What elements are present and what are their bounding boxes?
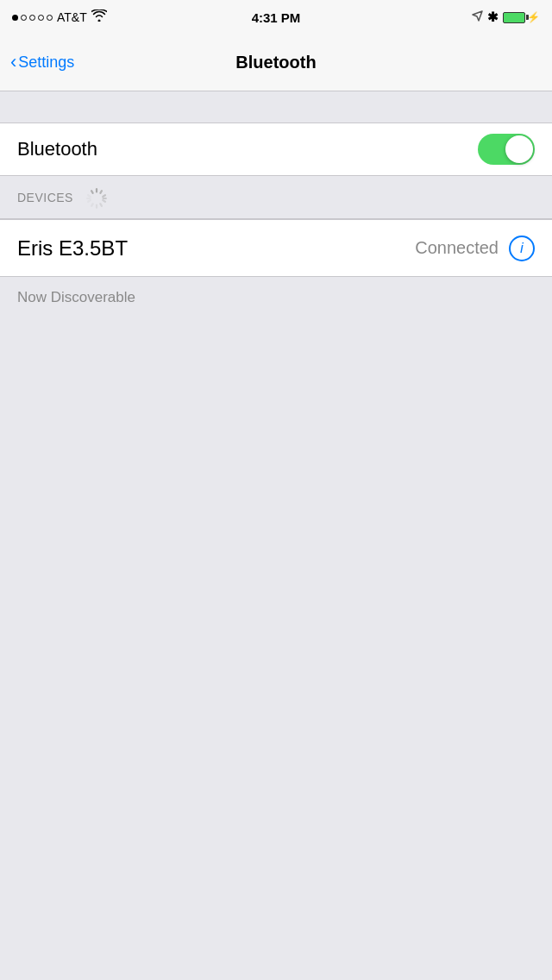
svg-line-10 bbox=[88, 195, 91, 197]
signal-dot-3 bbox=[29, 15, 35, 21]
back-button[interactable]: ‹ Settings bbox=[10, 53, 74, 72]
svg-line-1 bbox=[100, 191, 102, 193]
status-right: ✱ ⚡ bbox=[472, 9, 540, 25]
svg-line-7 bbox=[91, 204, 93, 206]
status-left: AT&T bbox=[12, 9, 107, 25]
bottom-background bbox=[0, 318, 552, 750]
back-chevron-icon: ‹ bbox=[10, 53, 16, 72]
toggle-knob bbox=[505, 135, 533, 163]
signal-dot-5 bbox=[47, 15, 53, 21]
nav-bar: ‹ Settings Bluetooth bbox=[0, 35, 552, 91]
carrier-label: AT&T bbox=[57, 10, 87, 24]
device-list-section: Eris E3.5BT Connected i bbox=[0, 219, 552, 277]
back-label: Settings bbox=[18, 53, 74, 72]
svg-line-2 bbox=[103, 195, 105, 197]
svg-line-4 bbox=[103, 200, 105, 202]
svg-line-5 bbox=[100, 204, 102, 206]
status-time: 4:31 PM bbox=[252, 10, 301, 25]
connection-status: Connected bbox=[415, 238, 499, 258]
loading-spinner bbox=[85, 187, 106, 208]
bluetooth-section: Bluetooth bbox=[0, 122, 552, 176]
device-info-button[interactable]: i bbox=[509, 236, 535, 261]
svg-line-11 bbox=[91, 191, 93, 193]
bluetooth-toggle[interactable] bbox=[478, 134, 535, 165]
device-row[interactable]: Eris E3.5BT Connected i bbox=[0, 220, 552, 277]
devices-section-header: DEVICES bbox=[0, 176, 552, 219]
main-content: Bluetooth DEVICES bbox=[0, 91, 552, 750]
info-icon: i bbox=[520, 240, 524, 257]
status-bar: AT&T 4:31 PM ✱ ⚡ bbox=[0, 0, 552, 35]
devices-header-label: DEVICES bbox=[17, 191, 73, 204]
location-icon bbox=[472, 10, 483, 24]
wifi-icon bbox=[91, 9, 107, 25]
bluetooth-row: Bluetooth bbox=[0, 123, 552, 175]
page-title: Bluetooth bbox=[235, 53, 316, 72]
battery-icon bbox=[503, 12, 525, 23]
device-name: Eris E3.5BT bbox=[17, 236, 128, 261]
battery-indicator: ⚡ bbox=[503, 11, 540, 23]
bluetooth-icon: ✱ bbox=[487, 9, 499, 25]
signal-dot-1 bbox=[12, 15, 18, 21]
svg-line-8 bbox=[88, 200, 91, 202]
charging-icon: ⚡ bbox=[527, 11, 540, 23]
top-spacer bbox=[0, 91, 552, 122]
signal-dot-2 bbox=[21, 15, 27, 21]
signal-dots bbox=[12, 15, 53, 21]
signal-dot-4 bbox=[38, 15, 44, 21]
discoverable-label: Now Discoverable bbox=[17, 289, 135, 305]
device-status-area: Connected i bbox=[415, 236, 535, 261]
discoverable-row: Now Discoverable bbox=[0, 277, 552, 318]
bluetooth-label: Bluetooth bbox=[17, 138, 97, 160]
